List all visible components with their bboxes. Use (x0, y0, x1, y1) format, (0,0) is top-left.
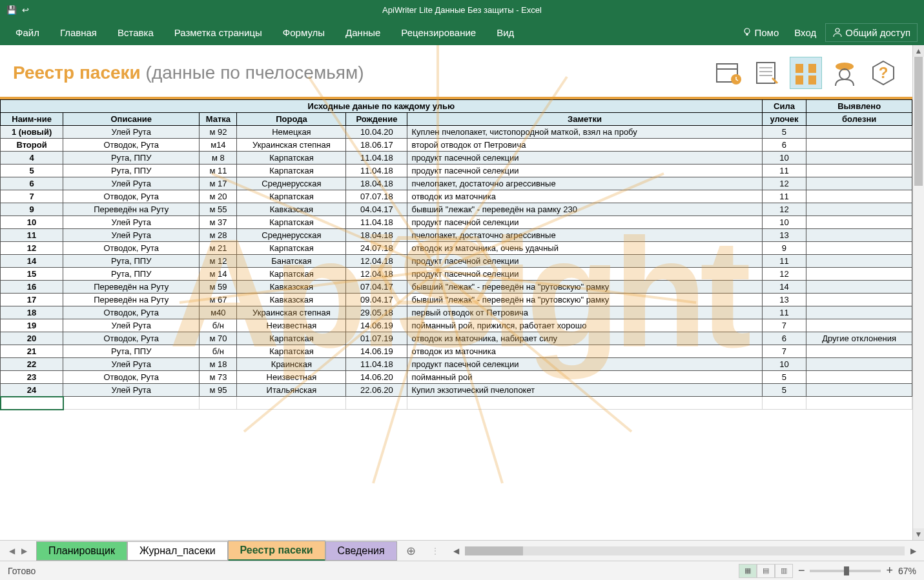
cell-name[interactable]: Второй (1, 139, 63, 152)
cell-notes[interactable]: пойманный рой (407, 371, 762, 384)
tab-home[interactable]: Главная (51, 22, 106, 43)
cell-notes[interactable]: продукт пасечной селекции (407, 216, 762, 229)
cell-dis[interactable] (806, 165, 912, 177)
table-row[interactable]: 5Рута, ППУм 11Карпатская11.04.18продукт … (1, 165, 912, 177)
cell-dis[interactable] (806, 255, 912, 268)
cell-notes[interactable]: отводок из маточника (407, 345, 762, 358)
cell-notes[interactable]: пойманный рой, прижился, работает хорошо (407, 319, 762, 332)
cell-str[interactable]: 9 (762, 242, 806, 255)
table-row[interactable]: 24Улей Рутам 95Итальянская22.06.20Купил … (1, 384, 912, 397)
view-layout-icon[interactable]: ▤ (757, 564, 775, 578)
cell-desc[interactable]: Улей Рута (63, 177, 200, 190)
cell-notes[interactable]: бывший "лежак" - переведён на "рутовскую… (407, 281, 762, 294)
cell-matka[interactable]: б/н (200, 345, 237, 358)
empty-cell[interactable] (237, 397, 346, 410)
cell-str[interactable]: 7 (762, 319, 806, 332)
cell-breed[interactable]: Среднерусская (237, 229, 346, 242)
sheet-nav[interactable]: ◀▶ (0, 546, 36, 555)
empty-row[interactable] (1, 397, 912, 410)
cell-dis[interactable] (806, 384, 912, 397)
cell-name[interactable]: 9 (1, 203, 63, 216)
cell-notes[interactable]: продукт пасечной селекции (407, 165, 762, 177)
sheet-tab-info[interactable]: Сведения (325, 541, 397, 561)
cell-breed[interactable]: Краинская (237, 358, 346, 371)
cell-breed[interactable]: Неизвестная (237, 319, 346, 332)
cell-dis[interactable] (806, 177, 912, 190)
cell-desc[interactable]: Отводок, Рута (63, 306, 200, 319)
cell-notes[interactable]: Купил экзотический пчелопокет (407, 384, 762, 397)
cell-matka[interactable]: м 59 (200, 281, 237, 294)
cell-desc[interactable]: Улей Рута (63, 358, 200, 371)
cell-desc[interactable]: Улей Рута (63, 384, 200, 397)
cell-breed[interactable]: Карпатская (237, 190, 346, 203)
cell-birth[interactable]: 10.04.20 (346, 126, 407, 139)
add-sheet-button[interactable]: ⊕ (397, 544, 425, 558)
table-row[interactable]: 6Улей Рутам 17Среднерусская18.04.18пчело… (1, 177, 912, 190)
cell-birth[interactable]: 01.07.19 (346, 332, 407, 345)
table-row[interactable]: 21Рута, ППУб/нКарпатская14.06.19отводок … (1, 345, 912, 358)
cell-dis[interactable] (806, 345, 912, 358)
tab-data[interactable]: Данные (336, 22, 389, 43)
cell-str[interactable]: 12 (762, 268, 806, 281)
cell-notes[interactable]: продукт пасечной селекции (407, 268, 762, 281)
th-matka[interactable]: Матка (200, 113, 237, 126)
cell-birth[interactable]: 24.07.18 (346, 242, 407, 255)
table-row[interactable]: 11Улей Рутам 28Среднерусская18.04.18пчел… (1, 229, 912, 242)
table-row[interactable]: 15Рута, ППУм 14Карпатская12.04.18продукт… (1, 268, 912, 281)
cell-name[interactable]: 21 (1, 345, 63, 358)
th-strength[interactable]: улочек (762, 113, 806, 126)
cell-birth[interactable]: 04.04.17 (346, 203, 407, 216)
cell-matka[interactable]: м14 (200, 139, 237, 152)
cell-name[interactable]: 10 (1, 216, 63, 229)
empty-cell[interactable] (407, 397, 762, 410)
cell-str[interactable]: 10 (762, 216, 806, 229)
cell-name[interactable]: 22 (1, 358, 63, 371)
cell-birth[interactable]: 11.04.18 (346, 216, 407, 229)
cell-matka[interactable]: м 17 (200, 177, 237, 190)
cell-dis[interactable] (806, 190, 912, 203)
cell-desc[interactable]: Отводок, Рута (63, 242, 200, 255)
table-row[interactable]: 1 (новый)Улей Рутам 92Немецкая10.04.20Ку… (1, 126, 912, 139)
scroll-left-icon[interactable]: ◀ (451, 545, 462, 557)
cell-desc[interactable]: Рута, ППУ (63, 268, 200, 281)
cell-desc[interactable]: Отводок, Рута (63, 371, 200, 384)
cell-matka[interactable]: м 95 (200, 384, 237, 397)
cell-desc[interactable]: Улей Рута (63, 216, 200, 229)
cell-breed[interactable]: Итальянская (237, 384, 346, 397)
cell-birth[interactable]: 14.06.20 (346, 371, 407, 384)
cell-notes[interactable]: Куплен пчелопакет, чистопородной маткой,… (407, 126, 762, 139)
cell-name[interactable]: 14 (1, 255, 63, 268)
cell-breed[interactable]: Карпатская (237, 345, 346, 358)
cell-str[interactable]: 5 (762, 126, 806, 139)
cell-name[interactable]: 5 (1, 165, 63, 177)
table-row[interactable]: 17Переведён на Рутум 67Кавказская09.04.1… (1, 294, 912, 306)
cell-birth[interactable]: 14.06.19 (346, 319, 407, 332)
empty-cell[interactable] (1, 397, 63, 410)
cell-birth[interactable]: 11.04.18 (346, 152, 407, 165)
cell-breed[interactable]: Немецкая (237, 126, 346, 139)
cell-matka[interactable]: м 70 (200, 332, 237, 345)
cell-notes[interactable]: продукт пасечной селекции (407, 255, 762, 268)
cell-dis[interactable] (806, 306, 912, 319)
cell-name[interactable]: 24 (1, 384, 63, 397)
cell-matka[interactable]: м 21 (200, 242, 237, 255)
table-row[interactable]: 20Отводок, Рутам 70Карпатская01.07.19отв… (1, 332, 912, 345)
sheet-tab-journal[interactable]: Журнал_пасеки (127, 541, 228, 561)
cell-breed[interactable]: Неизвестная (237, 371, 346, 384)
cell-str[interactable]: 10 (762, 152, 806, 165)
cell-name[interactable]: 20 (1, 332, 63, 345)
th-notes[interactable]: Заметки (407, 113, 762, 126)
journal-icon[interactable] (751, 57, 783, 89)
empty-cell[interactable] (63, 397, 200, 410)
undo-icon[interactable]: ↩ (22, 5, 29, 15)
horizontal-scrollbar[interactable]: ◀ ▶ (446, 545, 924, 557)
cell-matka[interactable]: б/н (200, 319, 237, 332)
zoom-level[interactable]: 67% (898, 566, 916, 576)
cell-name[interactable]: 7 (1, 190, 63, 203)
tab-file[interactable]: Файл (6, 22, 48, 43)
cell-notes[interactable]: отводок из маточника (407, 190, 762, 203)
cell-str[interactable]: 11 (762, 165, 806, 177)
cell-name[interactable]: 18 (1, 306, 63, 319)
cell-breed[interactable]: Карпатская (237, 165, 346, 177)
table-row[interactable]: 16Переведён на Рутум 59Кавказская07.04.1… (1, 281, 912, 294)
